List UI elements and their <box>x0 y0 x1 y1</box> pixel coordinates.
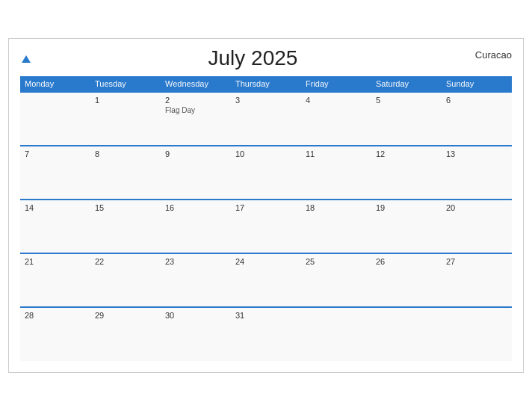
calendar-cell: 14 <box>20 200 90 253</box>
day-number: 12 <box>376 149 437 158</box>
calendar-cell: 21 <box>20 253 90 307</box>
calendar-cell: 27 <box>442 253 512 307</box>
day-of-week-friday: Friday <box>301 76 371 92</box>
day-number: 26 <box>376 257 437 266</box>
calendar-cell: 19 <box>371 200 442 253</box>
calendar-cell: 30 <box>161 307 231 361</box>
day-number: 30 <box>165 311 226 320</box>
calendar-cell: 3 <box>231 92 301 146</box>
calendar-cell: 7 <box>20 146 90 200</box>
day-of-week-saturday: Saturday <box>371 76 442 92</box>
day-number: 31 <box>235 311 297 320</box>
calendar-cell: 22 <box>90 253 161 307</box>
day-number: 27 <box>446 257 507 266</box>
day-number: 6 <box>446 96 507 105</box>
day-number: 1 <box>95 96 156 105</box>
calendar-week-row: 12Flag Day3456 <box>20 92 512 146</box>
day-number: 4 <box>306 96 367 105</box>
calendar-cell: 15 <box>90 200 161 253</box>
calendar-title: July 2025 <box>31 46 475 70</box>
calendar-week-row: 28293031 <box>20 307 512 361</box>
calendar-cell: 23 <box>161 253 231 307</box>
calendar-cell: 20 <box>442 200 512 253</box>
day-number: 11 <box>306 149 367 158</box>
calendar-cell: 25 <box>301 253 371 307</box>
day-number: 7 <box>25 149 86 158</box>
day-number: 2 <box>165 96 226 105</box>
calendar-cell: 6 <box>442 92 512 146</box>
day-number: 29 <box>95 311 156 320</box>
day-of-week-tuesday: Tuesday <box>90 76 161 92</box>
day-number: 15 <box>95 203 156 212</box>
calendar-cell: 10 <box>231 146 301 200</box>
calendar-cell: 8 <box>90 146 161 200</box>
calendar-cell: 12 <box>371 146 442 200</box>
calendar-header: July 2025 Curacao <box>20 46 512 70</box>
day-number: 16 <box>165 203 226 212</box>
day-number: 5 <box>376 96 437 105</box>
calendar-cell <box>371 307 442 361</box>
calendar-cell: 9 <box>161 146 231 200</box>
day-of-week-wednesday: Wednesday <box>161 76 231 92</box>
day-number: 17 <box>235 203 297 212</box>
calendar-cell <box>20 92 90 146</box>
day-number: 22 <box>95 257 156 266</box>
calendar-week-row: 21222324252627 <box>20 253 512 307</box>
calendar-cell <box>442 307 512 361</box>
day-of-week-thursday: Thursday <box>231 76 301 92</box>
day-number: 10 <box>235 149 297 158</box>
calendar-cell: 2Flag Day <box>161 92 231 146</box>
day-number: 25 <box>306 257 367 266</box>
day-number: 20 <box>446 203 507 212</box>
calendar-location: Curacao <box>475 49 512 61</box>
day-of-week-sunday: Sunday <box>442 76 512 92</box>
calendar-cell: 28 <box>20 307 90 361</box>
day-number: 21 <box>25 257 86 266</box>
day-number: 13 <box>446 149 507 158</box>
day-number: 8 <box>95 149 156 158</box>
calendar-cell: 11 <box>301 146 371 200</box>
day-number: 3 <box>235 96 297 105</box>
calendar-week-row: 78910111213 <box>20 146 512 200</box>
calendar-cell <box>301 307 371 361</box>
logo <box>20 52 31 64</box>
day-number: 18 <box>306 203 367 212</box>
calendar-week-row: 14151617181920 <box>20 200 512 253</box>
day-number: 28 <box>25 311 86 320</box>
calendar-cell: 13 <box>442 146 512 200</box>
calendar-header-row: MondayTuesdayWednesdayThursdayFridaySatu… <box>20 76 512 92</box>
day-number: 23 <box>165 257 226 266</box>
calendar-grid: MondayTuesdayWednesdayThursdayFridaySatu… <box>20 76 512 361</box>
day-number: 14 <box>25 203 86 212</box>
calendar-cell: 4 <box>301 92 371 146</box>
calendar-cell: 5 <box>371 92 442 146</box>
calendar: July 2025 Curacao MondayTuesdayWednesday… <box>8 38 524 373</box>
logo-triangle-icon <box>22 55 31 63</box>
calendar-body: 12Flag Day345678910111213141516171819202… <box>20 92 512 361</box>
holiday-label: Flag Day <box>165 106 226 114</box>
calendar-cell: 31 <box>231 307 301 361</box>
calendar-cell: 29 <box>90 307 161 361</box>
day-number: 19 <box>376 203 437 212</box>
day-number: 9 <box>165 149 226 158</box>
day-number: 24 <box>235 257 297 266</box>
calendar-cell: 17 <box>231 200 301 253</box>
calendar-cell: 24 <box>231 253 301 307</box>
logo-general <box>20 52 31 64</box>
calendar-cell: 18 <box>301 200 371 253</box>
day-of-week-monday: Monday <box>20 76 90 92</box>
calendar-cell: 16 <box>161 200 231 253</box>
calendar-cell: 1 <box>90 92 161 146</box>
calendar-cell: 26 <box>371 253 442 307</box>
